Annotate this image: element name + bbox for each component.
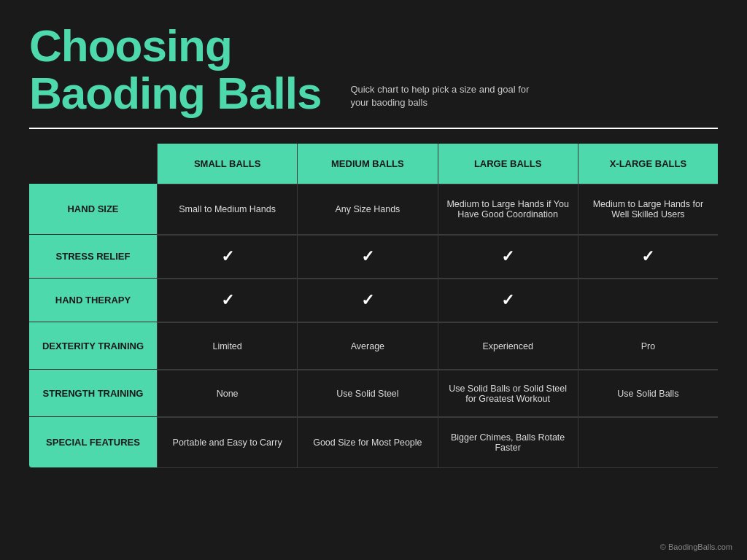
checkmark-large-therapy: ✓ [501,291,514,310]
copyright: © BaodingBalls.com [660,542,732,551]
cell-small-therapy: ✓ [158,279,297,322]
cell-medium-strength: Use Solid Steel [298,370,437,417]
main-title: Choosing Baoding Balls [29,22,321,117]
row-label-special: SPECIAL FEATURES [29,417,157,468]
cell-xlarge-dexterity: Pro [578,322,718,370]
col-header-xlarge: X-LARGE BALLS [578,144,718,184]
row-label-header-empty [29,144,157,184]
col-header-medium: MEDIUM BALLS [298,144,437,184]
row-label-hand-size: HAND SIZE [29,184,157,235]
checkmark-small-stress: ✓ [221,247,234,266]
cell-small-strength: None [158,370,297,417]
cell-small-special: Portable and Easy to Carry [158,417,297,468]
cell-xlarge-therapy [578,279,718,322]
row-label-stress-relief: STRESS RELIEF [29,235,157,279]
cell-large-dexterity: Experienced [438,322,578,370]
cell-medium-handsize: Any Size Hands [298,184,437,235]
row-label-hand-therapy: HAND THERAPY [29,279,157,322]
cell-medium-special: Good Size for Most People [298,417,437,468]
cell-xlarge-strength: Use Solid Balls [578,370,718,417]
checkmark-medium-therapy: ✓ [361,291,374,310]
subtitle-text: Quick chart to help pick a size and goal… [321,83,540,117]
checkmark-large-stress: ✓ [501,247,514,266]
cell-xlarge-handsize: Medium to Large Hands for Well Skilled U… [578,184,718,235]
row-labels: HAND SIZE STRESS RELIEF HAND THERAPY DEX… [29,144,157,468]
cell-medium-stress: ✓ [298,235,437,279]
cell-small-dexterity: Limited [158,322,297,370]
col-header-small: SMALL BALLS [158,144,297,184]
checkmark-xlarge-stress: ✓ [641,247,654,266]
row-label-strength: STRENGTH TRAINING [29,370,157,417]
cell-medium-therapy: ✓ [298,279,437,322]
cell-xlarge-special [578,417,718,468]
col-header-large: LARGE BALLS [438,144,578,184]
cell-small-handsize: Small to Medium Hands [158,184,297,235]
checkmark-small-therapy: ✓ [221,291,234,310]
checkmark-medium-stress: ✓ [361,247,374,266]
chart-container: HAND SIZE STRESS RELIEF HAND THERAPY DEX… [29,144,718,468]
cell-large-handsize: Medium to Large Hands if You Have Good C… [438,184,578,235]
row-label-dexterity: DEXTERITY TRAINING [29,322,157,370]
cell-medium-dexterity: Average [298,322,437,370]
cell-large-therapy: ✓ [438,279,578,322]
cell-large-strength: Use Solid Balls or Solid Steel for Great… [438,370,578,417]
header-section: Choosing Baoding Balls Quick chart to he… [29,22,718,117]
title-block: Choosing Baoding Balls [29,22,321,117]
col-large: LARGE BALLS Medium to Large Hands if You… [438,144,578,468]
main-container: Choosing Baoding Balls Quick chart to he… [0,0,747,560]
col-small: SMALL BALLS Small to Medium Hands ✓ ✓ Li… [157,144,297,468]
cell-large-stress: ✓ [438,235,578,279]
cell-large-special: Bigger Chimes, Balls Rotate Faster [438,417,578,468]
col-medium: MEDIUM BALLS Any Size Hands ✓ ✓ Average … [297,144,437,468]
divider [29,128,718,129]
col-xlarge: X-LARGE BALLS Medium to Large Hands for … [578,144,718,468]
columns-area: SMALL BALLS Small to Medium Hands ✓ ✓ Li… [157,144,718,468]
cell-small-stress: ✓ [158,235,297,279]
cell-xlarge-stress: ✓ [578,235,718,279]
